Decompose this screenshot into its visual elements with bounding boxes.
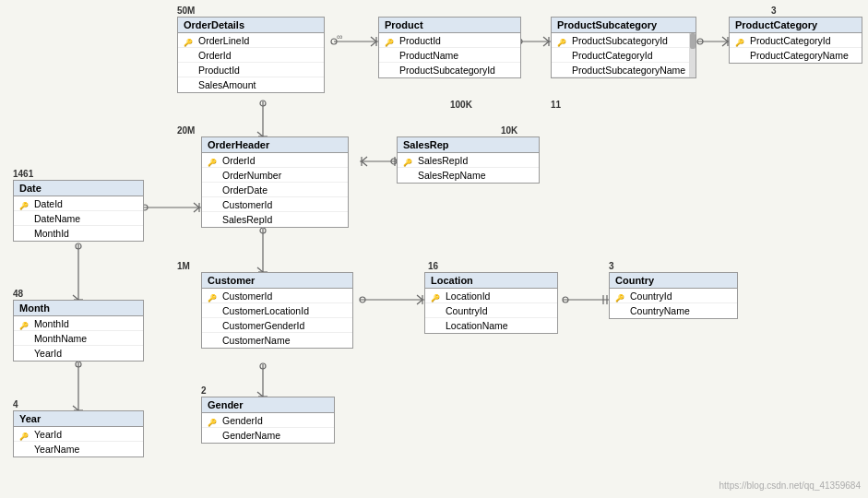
- field-row: CountryName: [610, 303, 737, 318]
- key-icon: [403, 156, 414, 165]
- count-customer: 1M: [177, 261, 190, 271]
- entity-country-fields: CountryId CountryName: [610, 289, 737, 318]
- svg-point-17: [260, 101, 266, 106]
- field-row: OrderNumber: [202, 168, 348, 183]
- entity-month: Month MonthId MonthName YearId: [13, 300, 144, 362]
- key-icon: [208, 291, 219, 301]
- entity-location-fields: LocationId CountryId LocationName: [425, 289, 557, 333]
- count-location: 16: [428, 261, 438, 271]
- svg-point-38: [76, 362, 81, 367]
- watermark: https://blog.csdn.net/qq_41359684: [719, 480, 861, 491]
- field-row: YearName: [14, 442, 143, 456]
- field-row: CustomerGenderId: [202, 318, 352, 333]
- entity-productcategory-fields: ProductCategoryId ProductCategoryName: [730, 33, 862, 63]
- entity-location: Location LocationId CountryId LocationNa…: [424, 272, 558, 334]
- entity-date: Date DateId DateName MonthId: [13, 180, 144, 242]
- count-year: 4: [13, 399, 18, 409]
- field-row: CountryId: [610, 289, 737, 303]
- field-row: CountryId: [425, 303, 557, 318]
- entity-year-fields: YearId YearName: [14, 427, 143, 456]
- svg-point-53: [563, 297, 568, 302]
- field-row: CustomerLocationId: [202, 303, 352, 318]
- count-country: 3: [609, 261, 614, 271]
- field-row: CustomerId: [202, 197, 348, 212]
- entity-salesrep: SalesRep SalesRepId SalesRepName: [397, 136, 540, 184]
- svg-line-24: [362, 161, 367, 166]
- entity-customer-header: Customer: [202, 273, 352, 289]
- count-productcategory: 3: [771, 6, 777, 16]
- count-orderdetails: 50M: [177, 6, 195, 16]
- field-row: OrderId: [178, 48, 324, 63]
- entity-orderdetails-header: OrderDetails: [178, 18, 324, 33]
- entity-productcategory-header: ProductCategory: [730, 18, 862, 33]
- field-row: CustomerName: [202, 333, 352, 348]
- count-orderheader: 20M: [177, 125, 195, 136]
- entity-orderdetails: OrderDetails OrderLineId OrderId Product…: [177, 17, 325, 93]
- field-row: CustomerId: [202, 289, 352, 303]
- key-icon: [184, 36, 195, 45]
- entity-productsubcategory-header: ProductSubcategory: [552, 18, 696, 33]
- field-row: ProductSubcategoryName: [552, 63, 696, 77]
- field-row: ProductCategoryId: [730, 33, 862, 48]
- key-icon: [615, 291, 626, 301]
- svg-line-3: [371, 37, 376, 42]
- field-row: ProductId: [178, 63, 324, 77]
- field-row: LocationId: [425, 289, 557, 303]
- svg-line-30: [194, 203, 199, 208]
- svg-line-51: [417, 300, 422, 304]
- entity-customer: Customer CustomerId CustomerLocationId C…: [201, 272, 353, 349]
- key-icon: [557, 36, 568, 45]
- field-row: ProductSubcategoryId: [379, 63, 520, 77]
- svg-line-31: [194, 208, 199, 212]
- er-diagram: ∞: [0, 0, 868, 498]
- field-row: LocationName: [425, 318, 557, 333]
- entity-productsubcategory-fields: ProductSubcategoryId ProductCategoryId P…: [552, 33, 696, 77]
- entity-product-fields: ProductId ProductName ProductSubcategory…: [379, 33, 520, 77]
- entity-product-header: Product: [379, 18, 520, 33]
- entity-customer-fields: CustomerId CustomerLocationId CustomerGe…: [202, 289, 352, 348]
- field-row: DateName: [14, 211, 143, 226]
- entity-location-header: Location: [425, 273, 557, 289]
- field-row: MonthName: [14, 331, 143, 346]
- svg-line-4: [371, 42, 376, 46]
- entity-country: Country CountryId CountryName: [609, 272, 738, 319]
- field-row: SalesRepName: [398, 168, 539, 183]
- key-icon: [385, 36, 396, 45]
- field-row: ProductCategoryId: [552, 48, 696, 63]
- field-row: MonthId: [14, 316, 143, 331]
- field-row: ProductId: [379, 33, 520, 48]
- field-row: YearId: [14, 427, 143, 442]
- entity-year-header: Year: [14, 411, 143, 427]
- entity-gender-header: Gender: [202, 397, 334, 413]
- field-row: OrderId: [202, 153, 348, 168]
- count-gender: 2: [201, 385, 207, 396]
- svg-point-33: [76, 243, 81, 249]
- entity-month-fields: MonthId MonthName YearId: [14, 316, 143, 361]
- entity-gender: Gender GenderId GenderName: [201, 397, 335, 444]
- entity-orderheader-header: OrderHeader: [202, 137, 348, 153]
- entity-month-header: Month: [14, 301, 143, 316]
- entity-date-header: Date: [14, 181, 143, 196]
- field-row: GenderId: [202, 413, 334, 428]
- entity-productcategory: ProductCategory ProductCategoryId Produc…: [729, 17, 862, 64]
- svg-point-12: [697, 39, 703, 44]
- svg-line-15: [722, 42, 728, 46]
- entity-salesrep-fields: SalesRepId SalesRepName: [398, 153, 539, 183]
- count-date: 1461: [13, 169, 33, 179]
- field-row: YearId: [14, 346, 143, 361]
- count-month: 48: [13, 289, 23, 299]
- svg-line-10: [543, 42, 549, 46]
- field-row: ProductCategoryName: [730, 48, 862, 63]
- entity-orderheader-fields: OrderId OrderNumber OrderDate CustomerId…: [202, 153, 348, 227]
- field-row: MonthId: [14, 226, 143, 241]
- field-row: SalesAmount: [178, 77, 324, 92]
- field-row: DateId: [14, 196, 143, 211]
- key-icon: [208, 156, 219, 165]
- svg-text:∞: ∞: [337, 32, 342, 42]
- svg-line-14: [722, 37, 728, 42]
- field-row: ProductName: [379, 48, 520, 63]
- entity-country-header: Country: [610, 273, 737, 289]
- key-icon: [431, 291, 442, 301]
- entity-orderdetails-fields: OrderLineId OrderId ProductId SalesAmoun…: [178, 33, 324, 92]
- field-row: OrderLineId: [178, 33, 324, 48]
